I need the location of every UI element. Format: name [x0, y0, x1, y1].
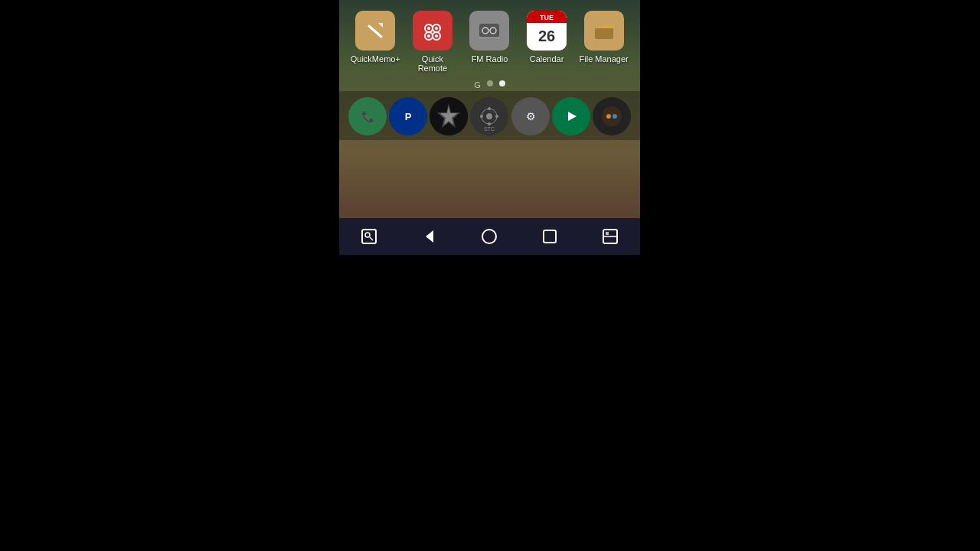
dock-play-store[interactable] [552, 97, 590, 135]
file-manager-icon [584, 11, 624, 51]
recent-apps-button[interactable] [536, 223, 564, 250]
dot-g: G [474, 80, 481, 86]
app-calendar[interactable]: TUE 26 Calendar [522, 11, 572, 64]
home-button[interactable] [475, 223, 503, 250]
dot-2-active [499, 80, 505, 86]
dock: 📞 P [339, 91, 640, 140]
svg-point-19 [427, 34, 430, 37]
quick-remote-label: Quick Remote [407, 54, 457, 73]
svg-marker-57 [426, 230, 433, 243]
svg-point-52 [606, 114, 611, 119]
search-nav-button[interactable] [355, 223, 383, 250]
svg-text:📞: 📞 [361, 110, 374, 123]
svg-rect-59 [544, 230, 556, 243]
calendar-label: Calendar [530, 54, 564, 64]
dock-settings[interactable]: ⚙ [511, 97, 550, 135]
svg-point-45 [495, 115, 498, 118]
quick-remote-icon [413, 11, 452, 51]
nav-bar [339, 218, 640, 255]
back-button[interactable] [416, 223, 443, 250]
app-quick-remote[interactable]: Quick Remote [407, 11, 457, 73]
multi-window-button[interactable] [596, 223, 624, 250]
svg-point-55 [365, 233, 370, 237]
left-bar [0, 0, 339, 551]
svg-point-53 [612, 114, 617, 119]
dock-camera[interactable] [430, 97, 468, 135]
svg-text:STC: STC [484, 126, 495, 132]
quickmemo-label: QuickMemo+ [351, 54, 400, 64]
app-file-manager[interactable]: File Manager [579, 11, 629, 64]
svg-rect-62 [606, 232, 609, 235]
svg-point-20 [435, 34, 438, 37]
svg-rect-31 [595, 27, 613, 39]
fm-radio-icon [469, 11, 509, 51]
svg-text:⚙: ⚙ [525, 110, 535, 122]
svg-point-41 [486, 113, 492, 119]
svg-point-17 [427, 27, 430, 30]
svg-point-51 [602, 106, 622, 126]
svg-point-43 [488, 122, 491, 126]
quickmemo-icon [355, 11, 395, 51]
app-icons-row: QuickMemo+ Qu [339, 0, 640, 76]
fm-radio-label: FM Radio [472, 54, 508, 64]
calendar-icon: TUE 26 [527, 11, 567, 51]
dot-1 [487, 80, 493, 86]
svg-point-44 [480, 115, 483, 118]
svg-point-58 [482, 230, 496, 243]
app-quickmemo[interactable]: QuickMemo+ [351, 11, 400, 64]
dock-stc[interactable]: STC [470, 97, 508, 135]
app-fm-radio[interactable]: FM Radio [465, 11, 514, 64]
homescreen: QuickMemo+ Qu [339, 0, 640, 218]
svg-line-56 [370, 237, 373, 240]
right-bar [640, 0, 980, 551]
file-manager-label: File Manager [580, 54, 629, 64]
svg-text:P: P [405, 111, 412, 122]
page-dots: G [339, 76, 640, 91]
dock-phone[interactable]: 📞 [348, 97, 387, 135]
dock-playstation[interactable]: P [389, 97, 427, 135]
dock-multi-remote[interactable] [593, 97, 631, 135]
svg-text:TUE: TUE [540, 14, 554, 21]
svg-point-42 [488, 107, 491, 110]
svg-text:26: 26 [538, 28, 555, 44]
svg-point-18 [435, 27, 438, 30]
